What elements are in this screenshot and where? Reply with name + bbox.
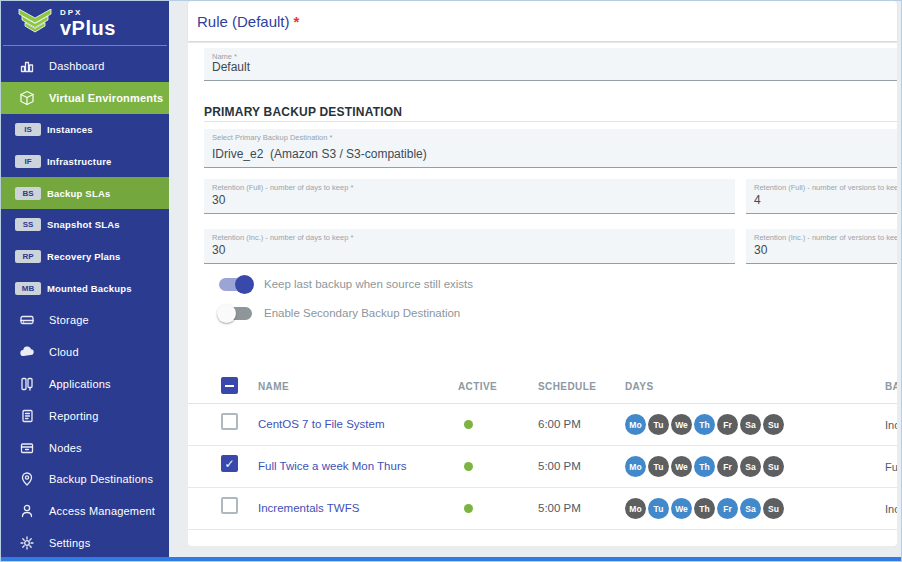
- name-field-value: Default: [212, 60, 250, 74]
- primary-destination-label: Select Primary Backup Destination *: [212, 133, 332, 142]
- sidebar-divider: [3, 45, 167, 46]
- retention-inc-versions-value: 30: [754, 243, 767, 257]
- instances-badge: IS: [15, 123, 41, 136]
- sidebar-item-label: Nodes: [49, 442, 82, 454]
- primary-destination-select[interactable]: Select Primary Backup Destination * IDri…: [204, 129, 897, 168]
- sidebar-nav: Dashboard Virtual Environments IS Instan…: [1, 50, 169, 559]
- app-window: DPX vPlus Dashboard Virtual Environments…: [0, 0, 902, 562]
- primary-backup-destination-heading: PRIMARY BACKUP DESTINATION: [204, 105, 402, 119]
- sidebar-item-label: Reporting: [49, 410, 99, 422]
- day-chip-fr: Fr: [717, 414, 738, 435]
- day-chips: Mo Tu We Th Fr Sa Su: [625, 414, 784, 435]
- toggle-thumb: [217, 304, 236, 323]
- sidebar-item-storage[interactable]: Storage: [1, 305, 169, 337]
- page-header: Rule (Default)*: [188, 1, 897, 41]
- backup-slas-badge: BS: [15, 187, 41, 200]
- day-chip-mo: Mo: [625, 456, 646, 477]
- secondary-destination-label: Enable Secondary Backup Destination: [264, 307, 460, 319]
- backup-type: Incremental: [885, 503, 897, 515]
- column-header-name: NAME: [258, 381, 289, 392]
- keep-last-backup-toggle[interactable]: [219, 278, 252, 291]
- sidebar-item-applications[interactable]: Applications: [1, 368, 169, 400]
- section-divider: [204, 121, 897, 122]
- day-chips: Mo Tu We Th Fr Sa Su: [625, 456, 784, 477]
- day-chip-we: We: [671, 456, 692, 477]
- day-chip-su: Su: [763, 456, 784, 477]
- sidebar-item-virtual-environments[interactable]: Virtual Environments: [1, 82, 169, 114]
- name-field[interactable]: Name * Default: [204, 48, 897, 81]
- sidebar-item-nodes[interactable]: Nodes: [1, 432, 169, 464]
- sidebar-item-backup-slas[interactable]: BS Backup SLAs: [1, 177, 169, 209]
- retention-full-days-field[interactable]: Retention (Full) - number of days to kee…: [204, 179, 735, 214]
- snapshot-slas-badge: SS: [15, 218, 41, 231]
- location-pin-icon: [13, 471, 41, 487]
- retention-full-versions-value: 4: [754, 193, 761, 207]
- toggle-thumb: [235, 275, 254, 294]
- row-checkbox[interactable]: [221, 413, 238, 430]
- sidebar-item-recovery-plans[interactable]: RP Recovery Plans: [1, 241, 169, 273]
- sidebar-item-instances[interactable]: IS Instances: [1, 114, 169, 146]
- recovery-plans-badge: RP: [15, 250, 41, 263]
- table-row: Incrementals TWFS 5:00 PM Mo Tu We Th Fr…: [188, 488, 897, 530]
- cloud-icon: [13, 344, 41, 360]
- sidebar-item-dashboard[interactable]: Dashboard: [1, 50, 169, 82]
- table-header-row: NAME ACTIVE SCHEDULE DAYS BACKUP TYPE: [188, 369, 897, 404]
- sla-name-link[interactable]: CentOS 7 to File System: [258, 418, 385, 430]
- page-title: Rule (Default)*: [197, 13, 299, 30]
- sidebar-item-label: Cloud: [49, 346, 79, 358]
- rule-form-card: Name * Default PRIMARY BACKUP DESTINATIO…: [188, 43, 897, 546]
- column-header-schedule: SCHEDULE: [538, 381, 596, 392]
- row-checkbox[interactable]: [221, 455, 238, 472]
- day-chip-tu: Tu: [648, 414, 669, 435]
- sidebar-item-infrastructure[interactable]: IF Infrastructure: [1, 145, 169, 177]
- brand-dpx: DPX: [60, 9, 116, 17]
- day-chip-we: We: [671, 414, 692, 435]
- day-chip-fr: Fr: [717, 456, 738, 477]
- retention-full-versions-label: Retention (Full) - number of versions to…: [754, 183, 897, 192]
- sla-name-link[interactable]: Incrementals TWFS: [258, 502, 359, 514]
- retention-inc-days-value: 30: [212, 243, 225, 257]
- column-header-days: DAYS: [625, 381, 653, 392]
- backup-type: Full: [885, 461, 897, 473]
- active-status-dot: [464, 420, 473, 429]
- storage-icon: [13, 312, 41, 328]
- row-checkbox[interactable]: [221, 497, 238, 514]
- sla-table: NAME ACTIVE SCHEDULE DAYS BACKUP TYPE Ce…: [188, 369, 897, 530]
- retention-full-versions-field[interactable]: Retention (Full) - number of versions to…: [746, 179, 897, 214]
- sidebar-item-label: Storage: [49, 314, 89, 326]
- sidebar-item-access-management[interactable]: Access Management: [1, 495, 169, 527]
- day-chip-sa: Sa: [740, 456, 761, 477]
- retention-inc-days-field[interactable]: Retention (Inc.) - number of days to kee…: [204, 229, 735, 264]
- sidebar-item-mounted-backups[interactable]: MB Mounted Backups: [1, 273, 169, 305]
- sidebar-item-cloud[interactable]: Cloud: [1, 336, 169, 368]
- day-chip-mo: Mo: [625, 414, 646, 435]
- primary-destination-value: IDrive_e2 (Amazon S3 / S3-compatible): [212, 147, 427, 161]
- infrastructure-badge: IF: [15, 155, 41, 168]
- retention-inc-days-label: Retention (Inc.) - number of days to kee…: [212, 233, 353, 242]
- day-chip-tu: Tu: [648, 456, 669, 477]
- main-content: Rule (Default)* Name * Default PRIMARY B…: [169, 1, 902, 559]
- retention-inc-versions-field[interactable]: Retention (Inc.) - number of versions to…: [746, 229, 897, 264]
- sidebar-item-label: Instances: [47, 124, 93, 135]
- sidebar-item-settings[interactable]: Settings: [1, 527, 169, 559]
- sidebar-item-reporting[interactable]: Reporting: [1, 400, 169, 432]
- cube-icon: [13, 90, 41, 106]
- day-chip-tu: Tu: [648, 498, 669, 519]
- select-all-checkbox[interactable]: [221, 377, 238, 394]
- sla-name-link[interactable]: Full Twice a week Mon Thurs: [258, 460, 407, 472]
- sidebar-item-snapshot-slas[interactable]: SS Snapshot SLAs: [1, 209, 169, 241]
- sidebar-item-label: Applications: [49, 378, 111, 390]
- backup-type: Incremental: [885, 419, 897, 431]
- keep-last-backup-label: Keep last backup when source still exist…: [264, 278, 473, 290]
- person-icon: [13, 503, 41, 519]
- sidebar-item-label: Infrastructure: [47, 156, 112, 167]
- table-row: CentOS 7 to File System 6:00 PM Mo Tu We…: [188, 404, 897, 446]
- retention-full-days-value: 30: [212, 193, 225, 207]
- nodes-icon: [13, 440, 41, 456]
- sidebar-item-label: Backup Destinations: [49, 473, 153, 485]
- page-title-text: Rule (Default): [197, 13, 290, 30]
- secondary-destination-toggle[interactable]: [219, 307, 252, 320]
- gear-icon: [13, 535, 41, 551]
- sidebar-item-backup-destinations[interactable]: Backup Destinations: [1, 464, 169, 496]
- sidebar-item-label: Access Management: [49, 505, 155, 517]
